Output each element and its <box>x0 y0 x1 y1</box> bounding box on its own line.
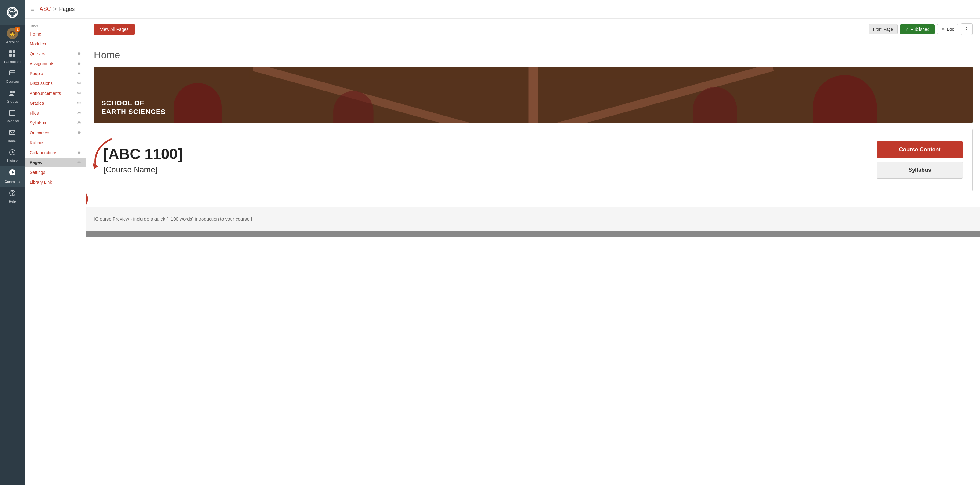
discussions-eye-icon: 👁 <box>77 81 81 86</box>
outcomes-eye-icon: 👁 <box>77 130 81 135</box>
sidebar-item-courses[interactable]: Courses <box>0 67 25 86</box>
groups-label: Groups <box>7 99 18 103</box>
calendar-icon <box>9 109 16 118</box>
course-code: [ABC 1100] <box>103 145 183 163</box>
commons-icon <box>8 169 16 179</box>
calendar-label: Calendar <box>6 119 19 123</box>
sidebar-item-grades[interactable]: Grades 👁 <box>25 98 86 108</box>
page-footer-strip <box>86 231 980 237</box>
sidebar-item-outcomes[interactable]: Outcomes 👁 <box>25 128 86 138</box>
breadcrumb: ASC > Pages <box>40 6 75 12</box>
dashboard-label: Dashboard <box>4 60 21 64</box>
groups-icon <box>9 89 16 98</box>
course-name: [Course Name] <box>103 165 183 174</box>
course-preview: [C ourse Preview - inclu de a quick (~10… <box>86 207 980 231</box>
edit-button[interactable]: ✏ Edit <box>937 24 958 34</box>
sidebar-item-pages[interactable]: Pages 👁 <box>25 158 86 168</box>
history-label: History <box>7 159 18 163</box>
content-split: Other Home Modules Quizzes 👁 Assignments… <box>25 19 980 485</box>
sidebar-item-account[interactable]: 2 🧑 Account <box>0 25 25 47</box>
sidebar-item-discussions[interactable]: Discussions 👁 <box>25 78 86 88</box>
course-nav: Other Home Modules Quizzes 👁 Assignments… <box>25 19 86 485</box>
svg-point-8 <box>10 91 13 93</box>
sidebar-item-collaborations[interactable]: Collaborations 👁 <box>25 148 86 158</box>
sidebar-item-syllabus[interactable]: Syllabus 👁 <box>25 118 86 128</box>
svg-rect-5 <box>10 71 15 75</box>
help-label: Help <box>9 199 16 203</box>
svg-rect-10 <box>10 110 15 115</box>
help-icon <box>9 190 16 198</box>
svg-rect-4 <box>13 54 16 56</box>
quizzes-eye-icon: 👁 <box>77 51 81 56</box>
grades-eye-icon: 👁 <box>77 101 81 106</box>
view-all-pages-button[interactable]: View All Pages <box>94 24 135 35</box>
sidebar-item-help[interactable]: Help <box>0 187 25 206</box>
svg-rect-3 <box>9 54 12 56</box>
sidebar-item-people[interactable]: People 👁 <box>25 69 86 78</box>
course-info-left: [ABC 1100] [Course Name] <box>103 145 183 174</box>
published-button[interactable]: ✓ Published <box>900 24 935 34</box>
page-body: Home <box>86 40 980 207</box>
svg-rect-2 <box>13 50 16 53</box>
sidebar-item-assignments[interactable]: Assignments 👁 <box>25 59 86 69</box>
course-info-right: Course Content Syllabus <box>877 142 963 179</box>
svg-point-17 <box>12 195 13 195</box>
breadcrumb-separator: > <box>53 6 57 12</box>
page-content: View All Pages Front Page ✓ Published ✏ … <box>86 19 980 485</box>
sidebar-item-calendar[interactable]: Calendar <box>0 106 25 126</box>
courses-label: Courses <box>6 80 19 83</box>
sidebar-item-announcements[interactable]: Announcements 👁 <box>25 88 86 98</box>
course-content-button[interactable]: Course Content <box>877 142 963 158</box>
sidebar-item-modules[interactable]: Modules <box>25 39 86 49</box>
history-icon <box>9 149 16 158</box>
announcements-eye-icon: 👁 <box>77 91 81 96</box>
sidebar-item-inbox[interactable]: Inbox <box>0 126 25 146</box>
course-info-box: [ABC 1100] [Course Name] Course Content … <box>94 129 973 191</box>
global-nav: 2 🧑 Account Dashboard Courses Groups Cal… <box>0 0 25 485</box>
breadcrumb-link[interactable]: ASC <box>40 6 51 12</box>
more-options-button[interactable]: ⋮ <box>961 24 973 35</box>
logo[interactable] <box>0 0 25 25</box>
sidebar-item-rubrics[interactable]: Rubrics <box>25 138 86 148</box>
inbox-icon <box>9 129 16 138</box>
svg-point-9 <box>13 91 15 93</box>
sidebar-item-quizzes[interactable]: Quizzes 👁 <box>25 49 86 59</box>
sidebar-item-dashboard[interactable]: Dashboard <box>0 47 25 67</box>
top-bar: ≡ ASC > Pages <box>25 0 980 19</box>
svg-rect-1 <box>9 50 12 53</box>
main-area: ≡ ASC > Pages Other Home Modules Quizzes… <box>25 0 980 485</box>
breadcrumb-current: Pages <box>59 6 75 12</box>
files-eye-icon: 👁 <box>77 111 81 115</box>
sidebar-item-history[interactable]: History <box>0 146 25 166</box>
people-eye-icon: 👁 <box>77 71 81 76</box>
collaborations-eye-icon: 👁 <box>77 150 81 155</box>
courses-icon <box>9 70 16 78</box>
sidebar-item-settings[interactable]: Settings <box>25 168 86 177</box>
commons-label: Commons <box>5 180 20 183</box>
course-banner: SCHOOL OF EARTH SCIENCES <box>94 67 973 123</box>
inbox-label: Inbox <box>8 139 17 143</box>
pages-eye-icon: 👁 <box>77 160 81 165</box>
syllabus-button[interactable]: Syllabus <box>877 161 963 179</box>
course-preview-text: [C ourse Preview - inclu de a quick (~10… <box>94 216 252 222</box>
banner-overlay: SCHOOL OF EARTH SCIENCES <box>94 67 973 123</box>
sidebar-item-library-link[interactable]: Library Link <box>25 177 86 187</box>
sidebar-item-files[interactable]: Files 👁 <box>25 108 86 118</box>
sidebar-item-home[interactable]: Home <box>25 29 86 39</box>
account-label: Account <box>6 40 19 44</box>
syllabus-eye-icon: 👁 <box>77 120 81 125</box>
checkmark-icon: ✓ <box>905 27 909 32</box>
sidebar-item-commons[interactable]: Commons <box>0 166 25 187</box>
hamburger-icon[interactable]: ≡ <box>31 6 35 13</box>
front-page-button[interactable]: Front Page <box>869 24 897 34</box>
account-badge: 2 <box>15 27 21 32</box>
page-toolbar: View All Pages Front Page ✓ Published ✏ … <box>86 19 980 40</box>
edit-pencil-icon: ✏ <box>942 27 945 32</box>
dashboard-icon <box>9 50 16 59</box>
banner-text: SCHOOL OF EARTH SCIENCES <box>101 99 165 116</box>
assignments-eye-icon: 👁 <box>77 61 81 66</box>
sidebar-item-groups[interactable]: Groups <box>0 86 25 106</box>
course-nav-section-label: Other <box>25 22 86 29</box>
svg-point-0 <box>12 7 13 9</box>
toolbar-right: Front Page ✓ Published ✏ Edit ⋮ <box>869 24 973 35</box>
